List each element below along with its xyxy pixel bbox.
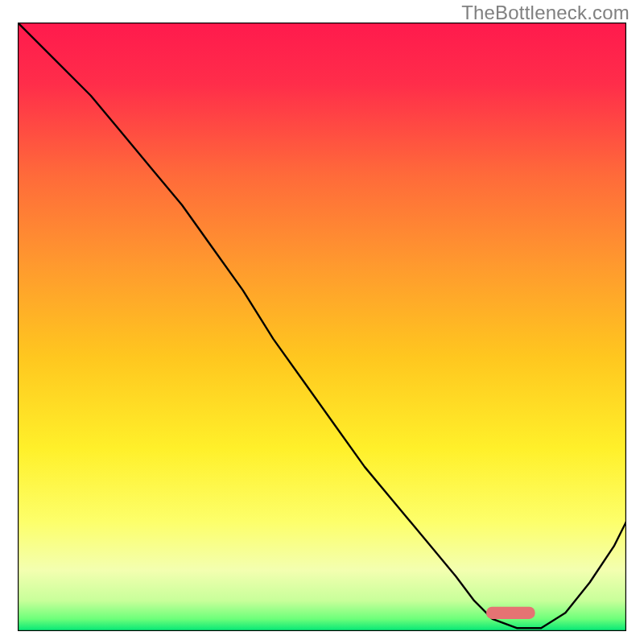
plot-svg	[18, 23, 626, 631]
optimum-marker	[486, 607, 535, 619]
bottleneck-curve-plot	[18, 23, 626, 631]
chart-container: TheBottleneck.com	[0, 0, 644, 644]
watermark-text: TheBottleneck.com	[461, 2, 630, 24]
svg-rect-0	[18, 23, 626, 631]
